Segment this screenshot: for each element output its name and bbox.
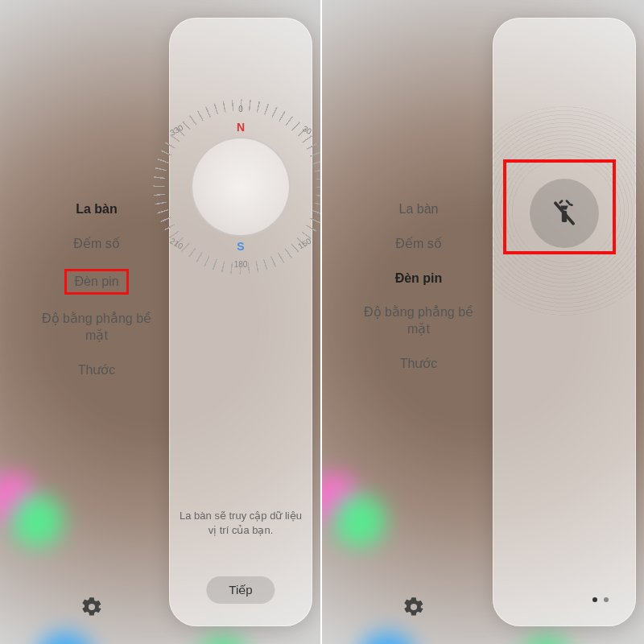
compass-deg-180: 180: [234, 260, 248, 269]
compass-deg-0: 0: [238, 105, 243, 114]
menu-item-flashlight[interactable]: Đèn pin: [66, 270, 126, 294]
settings-icon[interactable]: [80, 596, 103, 618]
page-dot: [604, 597, 609, 602]
side-by-side-screens: La bàn Đếm số Đèn pin Độ bằng phẳng bề m…: [0, 0, 644, 644]
edge-panel-flashlight: [493, 18, 636, 626]
compass-face: [192, 138, 289, 235]
flashlight-off-icon: [549, 198, 580, 229]
screen-left: La bàn Đếm số Đèn pin Độ bằng phẳng bề m…: [0, 0, 322, 644]
page-indicator: [592, 597, 609, 602]
menu-item-counter[interactable]: Đếm số: [32, 236, 161, 253]
menu-item-level[interactable]: Độ bằng phẳng bề mặt: [32, 311, 161, 345]
menu-item-ruler[interactable]: Thước: [32, 362, 161, 379]
flashlight-toggle[interactable]: [530, 179, 599, 248]
edge-panel-compass: 0 30 330 N S 180 150 210 La bàn sẽ truy …: [169, 18, 312, 626]
menu-item-flashlight[interactable]: Đèn pin: [354, 270, 483, 287]
menu-item-ruler[interactable]: Thước: [354, 356, 483, 373]
screen-right: La bàn Đếm số Đèn pin Độ bằng phẳng bề m…: [322, 0, 644, 644]
compass-north: N: [152, 121, 322, 134]
menu-item-level[interactable]: Độ bằng phẳng bề mặt: [354, 304, 483, 338]
menu-item-compass[interactable]: La bàn: [32, 201, 161, 218]
compass-permission-text: La bàn sẽ truy cập dữ liệu vị trí của bạ…: [179, 509, 303, 538]
settings-icon[interactable]: [402, 596, 425, 618]
tools-menu: La bàn Đếm số Đèn pin Độ bằng phẳng bề m…: [32, 201, 161, 379]
page-dot: [592, 597, 597, 602]
compass-dial: 0 30 330 N S 180 150 210: [169, 66, 312, 308]
continue-button[interactable]: Tiếp: [206, 576, 275, 604]
